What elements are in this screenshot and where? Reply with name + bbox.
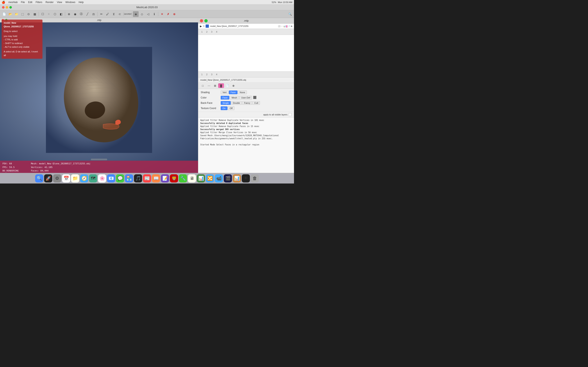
dock-news[interactable]: 📰	[143, 174, 151, 183]
dock-music[interactable]: 🎵	[134, 174, 142, 183]
texture-off[interactable]: Off	[228, 106, 234, 110]
dock-books[interactable]: 📖	[152, 174, 160, 183]
dock-finder[interactable]: 🔍	[35, 174, 43, 183]
toolbar-cross1[interactable]: ✕	[159, 11, 165, 17]
layer-icon-4[interactable]: ▓	[286, 25, 287, 27]
dock-texshop[interactable]: 📊	[197, 174, 205, 183]
dock-onenote[interactable]: 📝	[161, 174, 169, 183]
close-button[interactable]	[2, 6, 4, 8]
layer-icon-5[interactable]: 📄	[288, 25, 290, 27]
menu-view[interactable]: View	[57, 1, 62, 4]
dock-messages[interactable]: 💬	[116, 174, 124, 183]
layer-icon-1[interactable]: ⬜	[278, 25, 280, 27]
menu-help[interactable]: Help	[79, 1, 84, 4]
right-close-button[interactable]: ×	[200, 19, 203, 22]
layer-icon-6[interactable]: ⊕	[291, 25, 292, 27]
render-icon-normal[interactable]: ⊕	[231, 83, 236, 88]
toolbar-cube2[interactable]: ◧	[58, 11, 64, 17]
toolbar-fill[interactable]: ⊂	[117, 11, 123, 17]
toolbar-cross2[interactable]: ✗	[165, 11, 171, 17]
btab-3[interactable]: 3	[210, 72, 214, 76]
menu-meshlab[interactable]: meshlab	[8, 1, 17, 4]
color-swatch[interactable]	[253, 96, 256, 99]
menu-windows[interactable]: Windows	[65, 1, 75, 4]
btab-1[interactable]: 1	[200, 72, 204, 76]
dock-launchpad[interactable]: 🚀	[44, 174, 52, 183]
toolbar-rubber[interactable]: ⊻	[111, 11, 117, 17]
toolbar-new[interactable]: 📄	[1, 11, 7, 17]
toolbar-measure[interactable]: ⚖	[91, 11, 96, 17]
tab-2[interactable]: 2	[205, 30, 209, 34]
dock-notes[interactable]: 📁	[71, 174, 79, 183]
toolbar-vertex-pick[interactable]: ◇	[139, 11, 145, 17]
right-zoom-button[interactable]	[204, 19, 208, 22]
toolbar-select-rect[interactable]: ⬚	[20, 11, 25, 17]
backface-single[interactable]: Single	[221, 101, 231, 105]
render-icon-solid[interactable]: ⊞	[212, 83, 218, 88]
toolbar-brush[interactable]: 🖊	[105, 11, 111, 17]
texture-on[interactable]: On	[221, 106, 227, 110]
tab-4[interactable]: 4	[215, 30, 219, 34]
render-icon-flat[interactable]: □	[200, 83, 206, 88]
dock-calendar[interactable]: 📅	[62, 174, 70, 183]
layer-icon-3[interactable]: 📊	[283, 25, 286, 27]
menu-file[interactable]: File	[21, 1, 25, 4]
dock-powerpoint[interactable]: 📊	[233, 174, 241, 183]
apply-checkbox[interactable]	[289, 113, 292, 116]
render-icon-texture[interactable]: 📄	[224, 83, 230, 88]
btab-4[interactable]: 4	[215, 72, 219, 76]
menu-filters[interactable]: Filters	[35, 1, 42, 4]
viewport-scrollbar[interactable]	[91, 159, 107, 160]
layer-item[interactable]: ▶ 0 model_New Qlone_20200517_173713255 ⬜…	[198, 24, 294, 29]
minimize-button[interactable]	[6, 6, 8, 8]
render-icon-wire[interactable]: ⋯	[206, 83, 212, 88]
shading-face[interactable]: Face	[229, 91, 237, 94]
toolbar-select-circle[interactable]: ⊙	[26, 11, 31, 17]
layer-icon-2[interactable]: ⋯	[281, 25, 283, 27]
dock-appstore[interactable]: 🏪	[125, 174, 133, 183]
dock-photos[interactable]: 🌸	[98, 174, 106, 183]
toolbar-edge-pick[interactable]: ◁	[145, 11, 151, 17]
dock-safari[interactable]: 🧭	[80, 174, 88, 183]
toolbar-dots[interactable]: ⁘	[46, 11, 52, 17]
color-userdef[interactable]: User-Def	[239, 96, 252, 100]
shading-none[interactable]: None	[238, 91, 247, 94]
dock-eye[interactable]: 👁	[242, 174, 250, 183]
dock-slack[interactable]: 🔧	[179, 174, 187, 183]
viewport-panel[interactable]: .mlp model_New Qlone_20200517_173713255 …	[0, 18, 198, 173]
render-icon-color[interactable]: ▓	[218, 83, 224, 88]
backface-cull[interactable]: Cull	[252, 101, 260, 105]
toolbar-circle2[interactable]: ◉	[72, 11, 78, 17]
dock-premiere[interactable]: 🎬	[224, 174, 232, 183]
toolbar-line[interactable]: ╱	[85, 11, 90, 17]
tab-1[interactable]: 1	[200, 30, 204, 34]
dock-zoom[interactable]: 📹	[215, 174, 223, 183]
toolbar-pencil[interactable]: ✏	[99, 11, 104, 17]
dock-miro[interactable]: 🖥	[188, 174, 196, 183]
backface-double[interactable]: Double	[231, 101, 242, 105]
toolbar-cross3[interactable]: ⊗	[172, 11, 177, 17]
toolbar-open[interactable]: 📂	[7, 11, 13, 17]
toolbar-select-poly[interactable]: ▦	[32, 11, 38, 17]
toolbar-view-all[interactable]: ☐	[40, 11, 45, 17]
color-face[interactable]: Face	[221, 96, 229, 100]
backface-fancy[interactable]: Fancy	[242, 101, 252, 105]
toolbar-search[interactable]: 🔍	[287, 11, 293, 17]
menu-edit[interactable]: Edit	[28, 1, 33, 4]
toolbar-georef[interactable]: GEOREF	[125, 11, 131, 17]
menu-render[interactable]: Render	[45, 1, 53, 4]
maximize-button[interactable]	[9, 6, 12, 8]
apple-menu[interactable]: 🍎	[2, 1, 5, 4]
toolbar-cube[interactable]: ⬡	[52, 11, 58, 17]
shading-vert[interactable]: Vert	[221, 91, 228, 94]
toolbar-letter-a[interactable]: Ⓐ	[78, 11, 84, 17]
btab-2[interactable]: 2	[205, 72, 209, 76]
dock-mail[interactable]: 📧	[107, 174, 115, 183]
toolbar-info[interactable]: ℹ	[151, 11, 157, 17]
toolbar-ortho[interactable]: ⊕	[66, 11, 72, 17]
dock-sourcetree[interactable]: 🔀	[206, 174, 214, 183]
dock-systemprefs[interactable]: ⚙	[53, 174, 61, 183]
tab-3[interactable]: 3	[210, 30, 214, 34]
toolbar-open2[interactable]: 📁	[13, 11, 19, 17]
dock-maps[interactable]: 🗺	[89, 174, 97, 183]
